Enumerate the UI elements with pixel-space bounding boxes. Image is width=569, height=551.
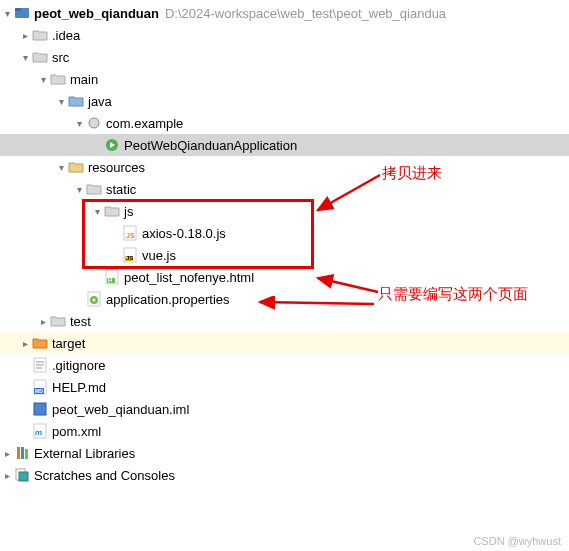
svg-text:JS: JS [126, 232, 135, 239]
folder-icon [104, 203, 120, 219]
module-file-icon [32, 401, 48, 417]
folder-icon [32, 49, 48, 65]
tree-row-test[interactable]: ▸ test [0, 310, 569, 332]
markdown-file-icon: MD [32, 379, 48, 395]
chevron-down-icon[interactable]: ▾ [54, 162, 68, 173]
node-label: resources [88, 160, 145, 175]
folder-icon [50, 71, 66, 87]
svg-point-14 [93, 299, 96, 302]
node-label: HELP.md [52, 380, 106, 395]
tree-row-resources[interactable]: ▾ resources [0, 156, 569, 178]
node-label: pom.xml [52, 424, 101, 439]
svg-rect-29 [19, 472, 28, 481]
node-label: axios-0.18.0.js [142, 226, 226, 241]
node-label: com.example [106, 116, 183, 131]
project-tree[interactable]: ▾ peot_web_qianduan D:\2024-workspace\we… [0, 0, 569, 488]
folder-icon [86, 181, 102, 197]
node-label: peot_web_qianduan.iml [52, 402, 189, 417]
tree-row-idea[interactable]: ▸ .idea [0, 24, 569, 46]
chevron-down-icon[interactable]: ▾ [90, 206, 104, 217]
tree-row-scratches[interactable]: ▸ Scratches and Consoles [0, 464, 569, 486]
chevron-down-icon[interactable]: ▾ [72, 118, 86, 129]
annotation-edit-pages: 只需要编写这两个页面 [378, 282, 548, 306]
tree-row-extlibs[interactable]: ▸ External Libraries [0, 442, 569, 464]
node-label: Scratches and Consoles [34, 468, 175, 483]
annotation-copy-in: 拷贝进来 [382, 164, 442, 183]
excluded-folder-icon [32, 335, 48, 351]
chevron-down-icon[interactable]: ▾ [18, 52, 32, 63]
properties-file-icon [86, 291, 102, 307]
chevron-right-icon[interactable]: ▸ [0, 470, 14, 481]
folder-icon [32, 27, 48, 43]
node-label: External Libraries [34, 446, 135, 461]
maven-file-icon: m [32, 423, 48, 439]
svg-text:m: m [35, 428, 42, 437]
chevron-right-icon[interactable]: ▸ [18, 30, 32, 41]
js-file-icon: JS [122, 247, 138, 263]
class-run-icon [104, 137, 120, 153]
node-label: test [70, 314, 91, 329]
node-label: js [124, 204, 133, 219]
tree-row-src[interactable]: ▾ src [0, 46, 569, 68]
chevron-down-icon[interactable]: ▾ [54, 96, 68, 107]
project-icon [14, 5, 30, 21]
node-label: src [52, 50, 69, 65]
svg-rect-1 [15, 8, 21, 11]
tree-row-helpmd[interactable]: ▸ MD HELP.md [0, 376, 569, 398]
node-label: .idea [52, 28, 80, 43]
chevron-down-icon[interactable]: ▾ [0, 8, 14, 19]
scratches-icon [14, 467, 30, 483]
node-label: main [70, 72, 98, 87]
svg-rect-27 [25, 449, 28, 459]
tree-row-gitignore[interactable]: ▸ .gitignore [0, 354, 569, 376]
html-file-icon: H [104, 269, 120, 285]
tree-row-main[interactable]: ▾ main [0, 68, 569, 90]
node-label: target [52, 336, 85, 351]
node-label: PeotWebQianduanApplication [124, 138, 297, 153]
folder-icon [50, 313, 66, 329]
text-file-icon [32, 357, 48, 373]
chevron-right-icon[interactable]: ▸ [0, 448, 14, 459]
tree-row-app-class[interactable]: ▸ PeotWebQianduanApplication [0, 134, 569, 156]
node-label: java [88, 94, 112, 109]
watermark: CSDN @wyhwust [473, 535, 561, 547]
root-path: D:\2024-workspace\web_test\peot_web_qian… [165, 6, 446, 21]
tree-row-package[interactable]: ▾ com.example [0, 112, 569, 134]
tree-row-axios[interactable]: ▸ JS axios-0.18.0.js [0, 222, 569, 244]
chevron-right-icon[interactable]: ▸ [18, 338, 32, 349]
chevron-down-icon[interactable]: ▾ [72, 184, 86, 195]
tree-row-static[interactable]: ▾ static [0, 178, 569, 200]
tree-row-target[interactable]: ▸ target [0, 332, 569, 354]
tree-row-iml[interactable]: ▸ peot_web_qianduan.iml [0, 398, 569, 420]
node-label: peot_list_nofenye.html [124, 270, 254, 285]
root-name: peot_web_qianduan [34, 6, 159, 21]
resources-folder-icon [68, 159, 84, 175]
package-icon [86, 115, 102, 131]
tree-row-java[interactable]: ▾ java [0, 90, 569, 112]
tree-row-js[interactable]: ▾ js [0, 200, 569, 222]
chevron-right-icon[interactable]: ▸ [36, 316, 50, 327]
chevron-down-icon[interactable]: ▾ [36, 74, 50, 85]
svg-point-2 [89, 118, 99, 128]
node-label: vue.js [142, 248, 176, 263]
svg-text:H: H [108, 277, 112, 283]
node-label: static [106, 182, 136, 197]
svg-rect-25 [17, 447, 20, 459]
js-file-icon: JS [122, 225, 138, 241]
tree-row-vue[interactable]: ▸ JS vue.js [0, 244, 569, 266]
node-label: .gitignore [52, 358, 105, 373]
libraries-icon [14, 445, 30, 461]
node-label: application.properties [106, 292, 230, 307]
tree-row-root[interactable]: ▾ peot_web_qianduan D:\2024-workspace\we… [0, 2, 569, 24]
svg-rect-22 [34, 403, 46, 415]
tree-row-pom[interactable]: ▸ m pom.xml [0, 420, 569, 442]
svg-text:MD: MD [35, 388, 43, 394]
source-folder-icon [68, 93, 84, 109]
svg-rect-26 [21, 447, 24, 459]
svg-text:JS: JS [126, 255, 133, 261]
